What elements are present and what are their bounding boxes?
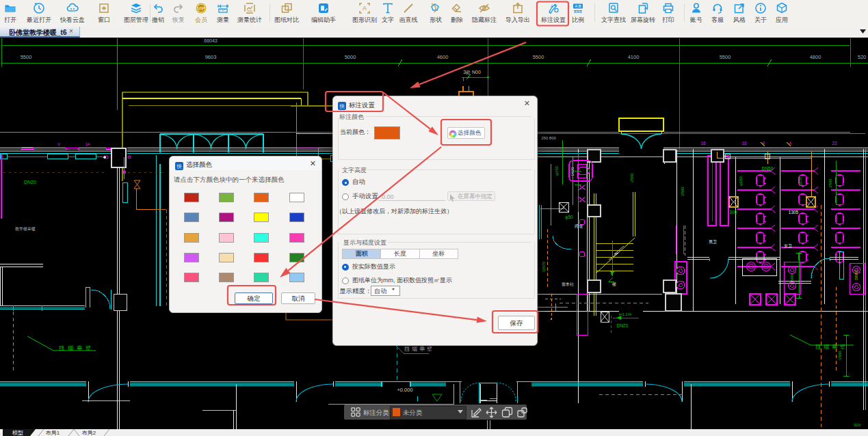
svg-text:4600: 4600 [437, 54, 449, 60]
svg-text:4100: 4100 [628, 54, 640, 60]
svg-text:+0.000: +0.000 [397, 387, 412, 393]
svg-text:4800: 4800 [810, 54, 821, 60]
svg-text:挡烟垂壁: 挡烟垂壁 [815, 344, 848, 350]
svg-text:320: 320 [854, 423, 861, 427]
svg-text:5500: 5500 [720, 54, 731, 60]
svg-text:3处 N00: 3处 N00 [463, 70, 481, 75]
svg-text:挡烟垂壁: 挡烟垂壁 [404, 346, 434, 352]
svg-text:14: 14 [86, 142, 90, 146]
svg-text:250 800: 250 800 [541, 136, 556, 140]
svg-text:φ50: φ50 [565, 215, 573, 220]
svg-text:A: A [551, 4, 553, 8]
svg-text:资本社: 资本社 [562, 282, 574, 286]
svg-text:布局2: 布局2 [82, 430, 96, 436]
svg-text:22: 22 [832, 141, 837, 146]
svg-text:挡烟垂壁: 挡烟垂壁 [58, 345, 94, 351]
svg-text:布局1: 布局1 [46, 430, 60, 436]
svg-text:DN70: DN70 [542, 261, 546, 272]
svg-text:φ150: φ150 [798, 176, 802, 186]
svg-text:A:B: A:B [575, 4, 581, 8]
svg-text:300: 300 [730, 210, 737, 215]
svg-text:DN70: DN70 [617, 323, 629, 328]
svg-text:9603: 9603 [205, 54, 217, 60]
svg-text:16: 16 [741, 141, 747, 146]
svg-text:16: 16 [700, 141, 706, 146]
svg-text:φ150: φ150 [739, 176, 743, 186]
svg-text:快: 快 [176, 164, 182, 169]
svg-text:模型: 模型 [12, 430, 23, 436]
svg-text:1620: 1620 [570, 167, 575, 176]
svg-text:教学楼采暖: 教学楼采暖 [15, 226, 36, 232]
svg-text:2500: 2500 [681, 187, 685, 196]
svg-text:蹲便: 蹲便 [575, 223, 583, 229]
svg-text:DN20: DN20 [24, 180, 36, 185]
svg-text:女卫: 女卫 [784, 243, 792, 248]
svg-text:5500: 5500 [21, 54, 32, 60]
svg-text:1500: 1500 [838, 351, 842, 360]
svg-text:V: V [57, 142, 60, 146]
svg-text:楼: 楼 [612, 282, 616, 286]
svg-text:5500: 5500 [533, 54, 544, 60]
svg-text:DN50: DN50 [762, 166, 774, 171]
svg-text:1305: 1305 [789, 210, 799, 215]
svg-text:66043: 66043 [204, 38, 218, 43]
svg-text:φ150: φ150 [555, 165, 559, 176]
svg-text:快: 快 [339, 104, 345, 109]
svg-text:2500: 2500 [630, 173, 634, 182]
svg-text:DN50: DN50 [854, 269, 858, 280]
svg-text:i=1.1%: i=1.1% [619, 312, 632, 316]
svg-text:男卫: 男卫 [709, 239, 717, 245]
svg-text:2500: 2500 [828, 178, 832, 188]
svg-text:520: 520 [858, 54, 867, 60]
svg-text:5000: 5000 [345, 54, 356, 60]
